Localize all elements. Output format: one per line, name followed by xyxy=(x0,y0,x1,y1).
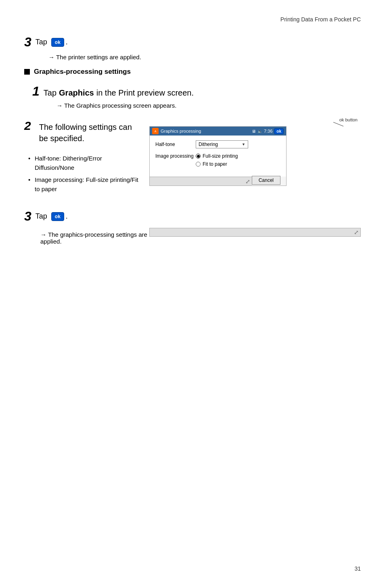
step2-area: 2 The following settings can be specifie… xyxy=(24,119,361,197)
radio-fit-to-paper[interactable]: Fit to paper xyxy=(196,161,238,167)
svg-line-0 xyxy=(333,122,343,126)
full-size-label: Full-size printing xyxy=(203,153,238,159)
step3-top-period: . xyxy=(66,38,68,46)
step3-bottom-result-text: The graphics-processing settings are app… xyxy=(24,228,149,252)
callout-arrow-svg xyxy=(305,121,345,129)
device-app-icon: A xyxy=(152,128,159,134)
section-header: Graphics-processing settings xyxy=(24,68,361,76)
step3-bottom-result-row: The graphics-processing settings are app… xyxy=(24,228,361,252)
halftone-label: Half-tone xyxy=(155,142,196,147)
page-number: 31 xyxy=(354,565,361,572)
list-item: Half-tone: Dithering/Error Diffusion/Non… xyxy=(28,154,141,172)
step1-row: 1 Tap Graphics in the Print preview scre… xyxy=(32,84,361,99)
header-title: Printing Data From a Pocket PC xyxy=(280,16,361,23)
step3-bottom-result: The graphics-processing settings are app… xyxy=(40,231,149,245)
device-titlebar: A Graphics processing 🖥 🔈 7:36 ok xyxy=(150,127,286,136)
step3-bottom-number: 3 xyxy=(24,209,31,224)
dropdown-arrow-icon: ▼ xyxy=(242,142,245,146)
image-processing-label: Image processing xyxy=(155,153,196,159)
list-item: Image processing: Full-size printing/Fit… xyxy=(28,175,141,194)
square-bullet-icon xyxy=(24,69,30,75)
app-icon-svg: A xyxy=(153,129,158,133)
step3-bottom: 3 Tap ok . The graphics-processing setti… xyxy=(24,209,361,252)
image-processing-row: Image processing Full-size printing Fit … xyxy=(155,153,280,167)
device-ui-mockup: A Graphics processing 🖥 🔈 7:36 ok xyxy=(149,126,287,186)
step3-top-text: Tap xyxy=(36,38,47,46)
step3-bottom-period: . xyxy=(66,212,68,221)
radio-circle-fit xyxy=(196,162,201,167)
step3-bottom-row: 3 Tap ok . xyxy=(24,209,361,224)
step2-text: The following settings can be specified. xyxy=(39,121,141,144)
device-resize-bar: ⤢ xyxy=(150,177,252,186)
step1-bold-text: Graphics xyxy=(59,88,94,98)
page-header: Printing Data From a Pocket PC xyxy=(24,16,361,23)
cancel-button[interactable]: Cancel xyxy=(252,176,280,185)
halftone-row: Half-tone Dithering ▼ xyxy=(155,140,280,148)
step2-left: 2 The following settings can be specifie… xyxy=(24,119,149,197)
time-display: 7:36 xyxy=(264,129,272,133)
step3-top-number: 3 xyxy=(24,35,31,50)
step1-result: The Graphics processing screen appears. xyxy=(56,102,361,109)
halftone-dropdown[interactable]: Dithering ▼ xyxy=(196,140,248,148)
step3-bottom-text: Tap xyxy=(36,212,47,221)
speaker-icon: 🔈 xyxy=(257,129,262,133)
resize-bar-echo: ⤢ xyxy=(149,228,361,237)
radio-group: Full-size printing Fit to paper xyxy=(196,153,238,167)
ok-button-step3-top[interactable]: ok xyxy=(51,38,64,47)
page-container: Printing Data From a Pocket PC 3 Tap ok … xyxy=(0,0,385,588)
monitor-icon: 🖥 xyxy=(252,129,256,133)
step1-tap-text: Tap xyxy=(44,88,56,98)
svg-text:A: A xyxy=(155,130,157,133)
ok-button-device[interactable]: ok xyxy=(274,128,284,134)
step2-number: 2 xyxy=(24,119,31,133)
radio-full-size[interactable]: Full-size printing xyxy=(196,153,238,159)
step3-top-row: 3 Tap ok . xyxy=(24,35,361,50)
fit-to-paper-label: Fit to paper xyxy=(203,161,227,167)
device-title-text: Graphics processing xyxy=(161,129,252,133)
step1-number: 1 xyxy=(32,84,40,99)
halftone-value: Dithering xyxy=(199,142,218,147)
step2-bullet-list: Half-tone: Dithering/Error Diffusion/Non… xyxy=(24,154,141,194)
step1-rest-text: in the Print preview screen. xyxy=(96,88,194,98)
device-body: Half-tone Dithering ▼ Image processing xyxy=(150,136,286,177)
section-header-label: Graphics-processing settings xyxy=(34,68,131,76)
resize-icon-echo: ⤢ xyxy=(354,229,359,236)
resize-icon: ⤢ xyxy=(245,178,250,185)
device-titlebar-icons: 🖥 🔈 7:36 ok xyxy=(252,128,284,134)
radio-circle-full-size xyxy=(196,154,201,158)
step2-right: ok button A Graphics processing xyxy=(149,119,361,197)
ok-button-step3-bottom[interactable]: ok xyxy=(51,212,64,221)
step3-top-result: The printer settings are applied. xyxy=(48,54,361,60)
